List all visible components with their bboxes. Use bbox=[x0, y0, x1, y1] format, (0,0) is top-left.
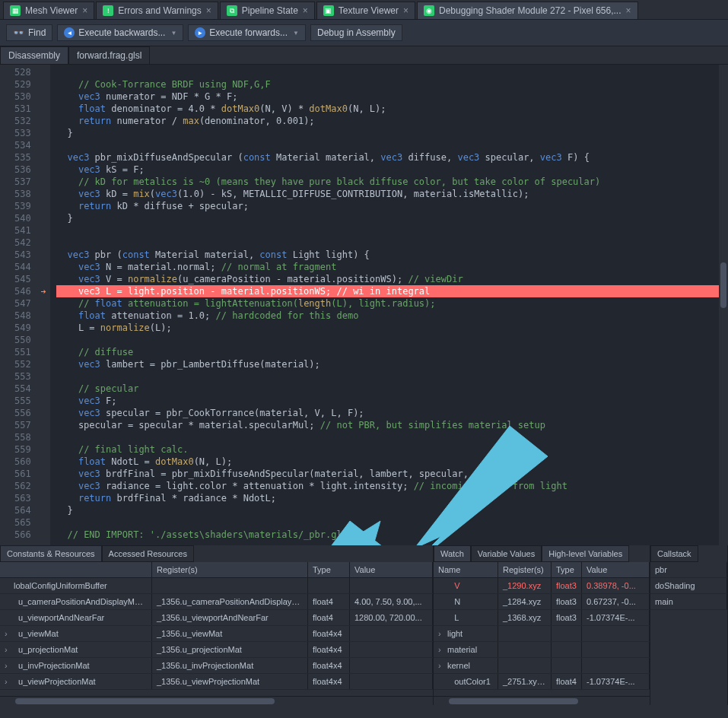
document-tabs: ▦ Mesh Viewer × ! Errors and Warnings × … bbox=[0, 0, 728, 20]
table-row[interactable]: › u_viewMat _1356.u_viewMat float4x4 bbox=[0, 626, 433, 642]
table-row[interactable]: V _1290.xyz float3 0.38978, -0... bbox=[434, 578, 650, 594]
resources-table: Register(s) Type Value lobalConfigUnifor… bbox=[0, 562, 433, 696]
chevron-down-icon: ▼ bbox=[170, 30, 176, 37]
step-back-icon: ◄ bbox=[64, 27, 75, 38]
resources-panel: Constants & Resources Accessed Resources… bbox=[0, 545, 434, 705]
col-value[interactable]: Value bbox=[582, 562, 650, 577]
tab-disassembly[interactable]: Disassembly bbox=[0, 46, 68, 64]
close-icon[interactable]: × bbox=[626, 5, 631, 16]
callstack-item[interactable]: main bbox=[650, 594, 727, 610]
close-icon[interactable]: × bbox=[82, 5, 87, 16]
tab-high-level-vars[interactable]: High-level Variables bbox=[542, 545, 629, 562]
debug-toolbar: 👓 Find ◄ Execute backwards... ▼ ► Execut… bbox=[0, 20, 728, 46]
button-label: Debug in Assembly bbox=[317, 27, 396, 38]
code-content[interactable]: // Cook-Torrance BRDF using NDF,G,F vec3… bbox=[50, 65, 728, 545]
tab-label: forward.frag.glsl bbox=[77, 50, 141, 61]
horizontal-scrollbar[interactable] bbox=[0, 696, 433, 705]
tab-label: Errors and Warnings bbox=[118, 5, 202, 16]
code-editor[interactable]: 528 529 530 531 532 533 534 535 536 537 … bbox=[0, 65, 728, 545]
pipeline-icon: ⧉ bbox=[227, 5, 237, 16]
execute-backwards-button[interactable]: ◄ Execute backwards... ▼ bbox=[57, 24, 183, 41]
button-label: Execute backwards... bbox=[78, 27, 165, 38]
callstack-panel-tabs: Callstack bbox=[650, 545, 727, 562]
chevron-down-icon: ▼ bbox=[293, 30, 299, 37]
tab-label: Pipeline State bbox=[242, 5, 298, 16]
button-label: Find bbox=[28, 27, 46, 38]
horizontal-scrollbar[interactable] bbox=[434, 696, 650, 705]
table-row[interactable]: outColor1 _2751.xyzw float4 -1.07374E-..… bbox=[434, 674, 650, 690]
col-name[interactable]: Name bbox=[434, 562, 498, 577]
tab-variable-values[interactable]: Variable Values bbox=[471, 545, 542, 562]
variables-table: Name Register(s) Type Value V _1290.xyz … bbox=[434, 562, 650, 696]
table-row[interactable]: lobalConfigUniformBuffer bbox=[0, 578, 433, 594]
scrollbar-thumb[interactable] bbox=[720, 262, 726, 308]
find-button[interactable]: 👓 Find bbox=[6, 24, 52, 41]
tab-constants-resources[interactable]: Constants & Resources bbox=[0, 545, 102, 562]
table-row[interactable]: ›kernel bbox=[434, 658, 650, 674]
close-icon[interactable]: × bbox=[303, 5, 308, 16]
table-row[interactable]: L _1368.xyz float3 -1.07374E-... bbox=[434, 610, 650, 626]
col-registers[interactable]: Register(s) bbox=[498, 562, 552, 577]
col-name[interactable] bbox=[0, 562, 152, 577]
col-type[interactable]: Type bbox=[308, 562, 350, 577]
texture-icon: ▣ bbox=[323, 5, 334, 16]
table-header: Name Register(s) Type Value bbox=[434, 562, 650, 578]
tab-watch[interactable]: Watch bbox=[434, 545, 471, 562]
tab-callstack[interactable]: Callstack bbox=[650, 545, 698, 562]
tab-texture[interactable]: ▣ Texture Viewer × bbox=[316, 2, 415, 19]
tab-label: Mesh Viewer bbox=[25, 5, 78, 16]
table-row[interactable]: › u_viewProjectionMat _1356.u_viewProjec… bbox=[0, 674, 433, 690]
tab-label: Texture Viewer bbox=[339, 5, 399, 16]
callstack-panel: Callstack pbrdoShadingmain bbox=[650, 545, 728, 705]
tab-pipeline[interactable]: ⧉ Pipeline State × bbox=[220, 2, 315, 19]
breakpoint-gutter[interactable]: ➔ bbox=[37, 65, 50, 545]
callstack-item[interactable]: pbr bbox=[650, 562, 727, 578]
scrollbar-thumb[interactable] bbox=[15, 698, 275, 704]
tab-label: Disassembly bbox=[8, 50, 60, 61]
close-icon[interactable]: × bbox=[206, 5, 211, 16]
tab-errors[interactable]: ! Errors and Warnings × bbox=[96, 2, 218, 19]
table-row[interactable]: N _1284.xyz float3 0.67237, -0... bbox=[434, 594, 650, 610]
table-row[interactable]: u_viewportAndNearFar _1356.u_viewportAnd… bbox=[0, 610, 433, 626]
cube-icon: ▦ bbox=[10, 5, 21, 16]
button-label: Execute forwards... bbox=[209, 27, 288, 38]
resources-panel-tabs: Constants & Resources Accessed Resources bbox=[0, 545, 433, 562]
debug-icon: ◉ bbox=[424, 5, 434, 16]
warning-icon: ! bbox=[103, 5, 113, 16]
col-type[interactable]: Type bbox=[552, 562, 582, 577]
source-tabs: Disassembly forward.frag.glsl bbox=[0, 46, 728, 65]
vertical-scrollbar[interactable] bbox=[719, 65, 728, 545]
col-registers[interactable]: Register(s) bbox=[152, 562, 308, 577]
table-row[interactable]: › u_projectionMat _1356.u_projectionMat … bbox=[0, 642, 433, 658]
callstack-list: pbrdoShadingmain bbox=[650, 562, 727, 705]
table-row[interactable]: › u_invProjectionMat _1356.u_invProjecti… bbox=[0, 658, 433, 674]
tab-accessed-resources[interactable]: Accessed Resources bbox=[102, 545, 194, 562]
scrollbar-thumb[interactable] bbox=[449, 698, 578, 704]
debug-assembly-button[interactable]: Debug in Assembly bbox=[310, 24, 402, 41]
table-row[interactable]: u_cameraPositionAndDisplayMode _1356.u_c… bbox=[0, 594, 433, 610]
tab-source-file[interactable]: forward.frag.glsl bbox=[68, 46, 150, 64]
bottom-panels: Constants & Resources Accessed Resources… bbox=[0, 545, 728, 705]
close-icon[interactable]: × bbox=[403, 5, 409, 16]
tab-mesh-viewer[interactable]: ▦ Mesh Viewer × bbox=[3, 2, 94, 19]
table-row[interactable]: ›light bbox=[434, 626, 650, 642]
binoculars-icon: 👓 bbox=[13, 27, 24, 38]
execute-forwards-button[interactable]: ► Execute forwards... ▼ bbox=[188, 24, 306, 41]
col-value[interactable]: Value bbox=[350, 562, 433, 577]
step-forward-icon: ► bbox=[195, 27, 205, 38]
variables-panel-tabs: Watch Variable Values High-level Variabl… bbox=[434, 545, 650, 562]
tab-shader-debug[interactable]: ◉ Debugging Shader Module 272 - Pixel 65… bbox=[417, 2, 638, 19]
table-header: Register(s) Type Value bbox=[0, 562, 433, 578]
callstack-item[interactable]: doShading bbox=[650, 578, 727, 594]
line-number-gutter: 528 529 530 531 532 533 534 535 536 537 … bbox=[0, 65, 37, 545]
tab-label: Debugging Shader Module 272 - Pixel 656,… bbox=[439, 5, 622, 16]
table-row[interactable]: ›material bbox=[434, 642, 650, 658]
variables-panel: Watch Variable Values High-level Variabl… bbox=[434, 545, 650, 705]
